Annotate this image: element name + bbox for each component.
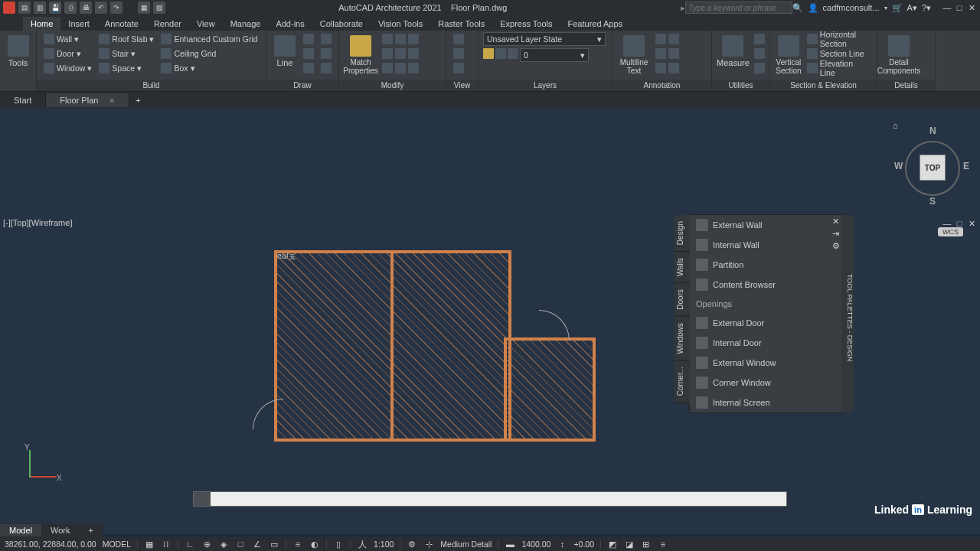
sb-ortho-icon[interactable]: ∟ — [185, 539, 195, 549]
util-i3[interactable] — [752, 61, 767, 75]
vp-close-icon[interactable]: ✕ — [966, 218, 977, 229]
command-line[interactable] — [193, 491, 787, 507]
palette-tab-walls[interactable]: Walls — [675, 252, 690, 283]
sb-dyn-icon[interactable]: ▭ — [269, 539, 279, 549]
draw-i1[interactable] — [301, 32, 316, 46]
status-scale[interactable]: 1:100 — [374, 540, 394, 549]
util-i2[interactable] — [752, 47, 767, 60]
qat-plot-icon[interactable]: 🖶 — [80, 2, 92, 14]
tab-rastertools[interactable]: Raster Tools — [430, 17, 492, 31]
vsection-button[interactable]: Vertical Section — [775, 32, 802, 75]
tab-collaborate[interactable]: Collaborate — [312, 17, 371, 31]
sb-iso2-icon[interactable]: ◪ — [624, 539, 635, 549]
draw-i2[interactable] — [301, 47, 316, 60]
qat-open-icon[interactable]: ▥ — [34, 2, 46, 14]
palette-item-intwall[interactable]: Internal Wall — [690, 235, 841, 255]
command-input[interactable] — [211, 492, 786, 506]
viewport-label[interactable]: [-][Top][Wireframe] — [3, 218, 72, 227]
tab-render[interactable]: Render — [146, 17, 189, 31]
sb-menu-icon[interactable]: ≡ — [658, 539, 668, 549]
palette-gear-icon[interactable]: ⚙ — [832, 241, 840, 251]
compass-s[interactable]: S — [929, 196, 936, 207]
matchprop-button[interactable]: Match Properties — [344, 32, 377, 75]
layouttab-add[interactable]: + — [79, 524, 102, 536]
status-val2[interactable]: +0.00 — [573, 540, 594, 549]
tab-home[interactable]: Home — [23, 17, 60, 31]
palette-close-icon[interactable]: ✕ — [832, 217, 840, 227]
sb-snap-icon[interactable]: ⁞⁞ — [161, 539, 172, 549]
tab-annotate[interactable]: Annotate — [97, 17, 146, 31]
qat-layer-icon[interactable]: ▧ — [153, 2, 165, 14]
draw-i3[interactable] — [301, 61, 316, 75]
filetab-add-button[interactable]: + — [129, 96, 146, 105]
qat-redo-icon[interactable]: ↷ — [110, 2, 122, 14]
palette-item-intscreen[interactable]: Internal Screen — [690, 393, 841, 412]
compass-e[interactable]: E — [963, 161, 969, 171]
mod-i3[interactable] — [380, 61, 421, 75]
tab-visiontools[interactable]: Vision Tools — [371, 17, 430, 31]
tab-view[interactable]: View — [189, 17, 223, 31]
sb-transp-icon[interactable]: ◐ — [309, 539, 320, 549]
roofslab-button[interactable]: Roof Slab ▾ — [96, 32, 156, 46]
util-i1[interactable] — [752, 32, 767, 46]
palette-item-partition[interactable]: Partition — [690, 255, 841, 275]
ann-i3[interactable] — [653, 61, 681, 75]
space-button[interactable]: Space ▾ — [96, 61, 156, 75]
palette-pin-icon[interactable]: ⇥ — [832, 229, 840, 239]
account-name[interactable]: cadfmconsult... — [823, 3, 880, 12]
sb-polar-icon[interactable]: ⊕ — [201, 539, 212, 549]
tab-manage[interactable]: Manage — [223, 17, 269, 31]
viewcube[interactable]: ⌂ TOP N S E W — [897, 126, 966, 225]
draw-i5[interactable] — [318, 47, 334, 60]
home-icon[interactable]: ⌂ — [893, 121, 898, 130]
wcs-badge[interactable]: WCS — [938, 227, 963, 236]
sb-replace-icon[interactable]: ◩ — [607, 539, 618, 549]
door-button[interactable]: Door ▾ — [41, 47, 94, 60]
qat-share-icon[interactable]: ▦ — [138, 2, 150, 14]
layouttab-work[interactable]: Work — [41, 524, 79, 536]
apps-icon[interactable]: A▾ — [907, 3, 917, 13]
sb-iso-icon[interactable]: ◈ — [218, 539, 229, 549]
status-val1[interactable]: 1400.00 — [521, 540, 550, 549]
line-button[interactable]: Line — [271, 32, 299, 67]
tab-expresstools[interactable]: Express Tools — [492, 17, 560, 31]
filetab-start[interactable]: Start — [0, 93, 46, 107]
compass-n[interactable]: N — [929, 126, 936, 136]
ceiling-button[interactable]: Ceiling Grid — [158, 47, 260, 60]
sb-cut-icon[interactable]: ▬ — [505, 539, 515, 549]
palette-tab-windows[interactable]: Windows — [675, 317, 690, 361]
draw-i4[interactable] — [318, 32, 334, 46]
window-button[interactable]: Window ▾ — [41, 61, 94, 75]
tab-featuredapps[interactable]: Featured Apps — [560, 17, 631, 31]
maximize-button[interactable]: □ — [954, 2, 965, 13]
palette-item-cornerwindow[interactable]: Corner Window — [690, 373, 841, 393]
grid-button[interactable]: Enhanced Custom Grid — [158, 32, 260, 46]
layer-lock-icon[interactable] — [508, 48, 518, 59]
account-icon[interactable]: 👤 — [808, 3, 818, 13]
palette-item-contentbrowser[interactable]: Content Browser — [690, 275, 841, 295]
sb-ann-icon[interactable]: 人 — [357, 539, 368, 549]
status-space[interactable]: MODEL — [103, 540, 131, 549]
stair-button[interactable]: Stair ▾ — [96, 47, 156, 60]
viewcube-face[interactable]: TOP — [920, 155, 946, 181]
view-i2[interactable] — [451, 47, 466, 60]
search-input[interactable] — [685, 2, 792, 14]
mod-i1[interactable] — [380, 32, 421, 46]
palette-tab-doors[interactable]: Doors — [675, 283, 690, 317]
sb-grid-icon[interactable]: ▦ — [144, 539, 155, 549]
measure-button[interactable]: Measure — [717, 32, 750, 67]
palette-item-intdoor[interactable]: Internal Door — [690, 333, 841, 353]
layer-bulb-icon[interactable] — [483, 48, 494, 59]
status-detail[interactable]: Medium Detail — [440, 540, 492, 549]
view-i3[interactable] — [451, 61, 466, 75]
qat-save-icon[interactable]: 💾 — [49, 2, 61, 14]
sb-elev-icon[interactable]: ↕ — [557, 539, 567, 549]
cmd-handle-icon[interactable] — [194, 492, 211, 506]
tab-insert[interactable]: Insert — [60, 17, 97, 31]
close-button[interactable]: ✕ — [966, 2, 977, 13]
sb-nav-icon[interactable]: ⊹ — [423, 539, 434, 549]
box-button[interactable]: Box ▾ — [158, 61, 260, 75]
eline-button[interactable]: Elevation Line — [805, 61, 872, 75]
sb-ui-icon[interactable]: ⊞ — [641, 539, 652, 549]
hsection-button[interactable]: Horizontal Section — [805, 32, 872, 46]
